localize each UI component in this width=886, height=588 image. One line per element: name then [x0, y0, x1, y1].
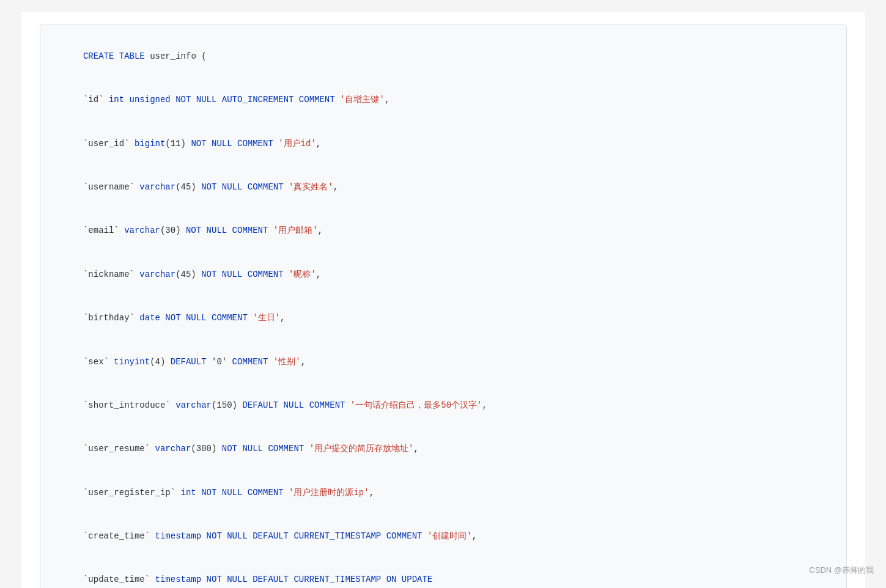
keyword-table: TABLE — [119, 51, 145, 61]
watermark: CSDN @赤脚的我 — [809, 565, 874, 576]
code-line-13a: `update_time` timestamp NOT NULL DEFAULT… — [53, 559, 834, 588]
code-line-10: `user_resume` varchar(300) NOT NULL COMM… — [53, 428, 834, 471]
code-line-4: `username` varchar(45) NOT NULL COMMENT … — [53, 166, 834, 209]
code-line-8: `sex` tinyint(4) DEFAULT '0' COMMENT '性别… — [53, 340, 834, 384]
code-line-3: `user_id` bigint(11) NOT NULL COMMENT '用… — [53, 122, 834, 166]
page-container: CREATE TABLE user_info ( `id` int unsign… — [21, 12, 865, 588]
code-line-9: `short_introduce` varchar(150) DEFAULT N… — [53, 384, 834, 427]
code-block: CREATE TABLE user_info ( `id` int unsign… — [40, 24, 847, 588]
code-line-7: `birthday` date NOT NULL COMMENT '生日', — [53, 296, 834, 340]
code-line-11: `user_register_ip` int NOT NULL COMMENT … — [53, 471, 834, 515]
code-line-1: CREATE TABLE user_info ( — [53, 35, 834, 78]
keyword-create: CREATE — [83, 51, 114, 61]
code-line-6: `nickname` varchar(45) NOT NULL COMMENT … — [53, 253, 834, 296]
code-line-5: `email` varchar(30) NOT NULL COMMENT '用户… — [53, 210, 834, 253]
code-line-2: `id` int unsigned NOT NULL AUTO_INCREMEN… — [53, 78, 834, 122]
code-line-12: `create_time` timestamp NOT NULL DEFAULT… — [53, 515, 834, 558]
